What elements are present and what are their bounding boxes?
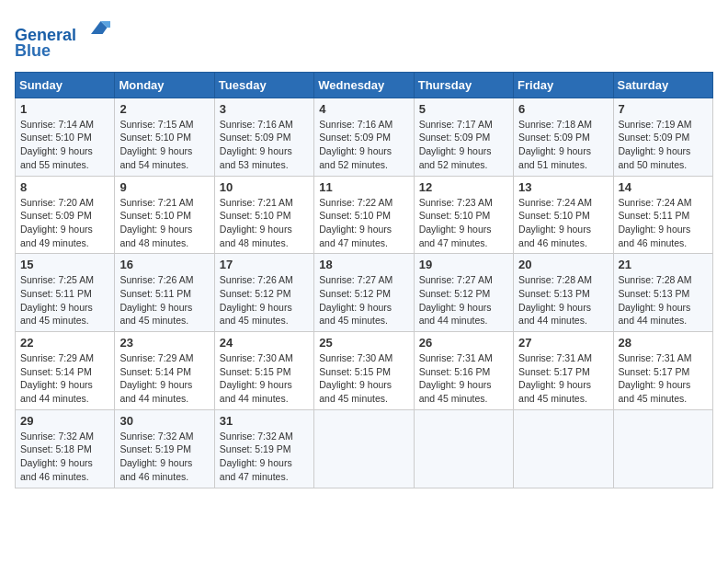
calendar-cell: 16 Sunrise: 7:26 AMSunset: 5:11 PMDaylig… bbox=[115, 254, 214, 332]
day-info: Sunrise: 7:31 AMSunset: 5:16 PMDaylight:… bbox=[419, 351, 508, 406]
day-number: 8 bbox=[20, 180, 109, 194]
day-number: 31 bbox=[220, 414, 309, 428]
day-info: Sunrise: 7:20 AMSunset: 5:09 PMDaylight:… bbox=[20, 196, 109, 250]
calendar-cell: 30 Sunrise: 7:32 AMSunset: 5:19 PMDaylig… bbox=[115, 409, 214, 488]
day-number: 10 bbox=[220, 180, 309, 194]
day-info: Sunrise: 7:26 AMSunset: 5:12 PMDaylight:… bbox=[220, 273, 309, 327]
day-number: 6 bbox=[518, 102, 608, 116]
day-number: 9 bbox=[119, 180, 209, 194]
day-number: 15 bbox=[20, 258, 109, 271]
day-number: 30 bbox=[119, 414, 209, 428]
calendar-cell: 14 Sunrise: 7:24 AMSunset: 5:11 PMDaylig… bbox=[613, 176, 712, 254]
calendar-cell bbox=[414, 409, 513, 488]
day-info: Sunrise: 7:26 AMSunset: 5:11 PMDaylight:… bbox=[119, 273, 209, 327]
calendar-week-4: 22 Sunrise: 7:29 AMSunset: 5:14 PMDaylig… bbox=[16, 332, 713, 410]
day-number: 11 bbox=[319, 180, 408, 194]
calendar-cell: 19 Sunrise: 7:27 AMSunset: 5:12 PMDaylig… bbox=[414, 254, 513, 332]
day-number: 29 bbox=[20, 414, 109, 428]
day-info: Sunrise: 7:25 AMSunset: 5:11 PMDaylight:… bbox=[20, 273, 109, 327]
page-header: General Blue bbox=[15, 15, 713, 61]
day-number: 26 bbox=[419, 336, 508, 350]
col-header-friday: Friday bbox=[514, 72, 613, 98]
col-header-wednesday: Wednesday bbox=[314, 72, 414, 98]
calendar-cell: 17 Sunrise: 7:26 AMSunset: 5:12 PMDaylig… bbox=[214, 254, 313, 332]
col-header-thursday: Thursday bbox=[414, 72, 513, 98]
calendar-week-5: 29 Sunrise: 7:32 AMSunset: 5:18 PMDaylig… bbox=[16, 409, 713, 488]
calendar-cell: 18 Sunrise: 7:27 AMSunset: 5:12 PMDaylig… bbox=[314, 254, 414, 332]
day-number: 12 bbox=[419, 180, 508, 194]
calendar-cell: 24 Sunrise: 7:30 AMSunset: 5:15 PMDaylig… bbox=[214, 332, 313, 410]
day-number: 17 bbox=[220, 258, 309, 271]
day-info: Sunrise: 7:15 AMSunset: 5:10 PMDaylight:… bbox=[119, 118, 209, 172]
day-info: Sunrise: 7:30 AMSunset: 5:15 PMDaylight:… bbox=[319, 351, 408, 406]
day-info: Sunrise: 7:30 AMSunset: 5:15 PMDaylight:… bbox=[220, 351, 309, 406]
col-header-sunday: Sunday bbox=[16, 72, 115, 98]
day-info: Sunrise: 7:16 AMSunset: 5:09 PMDaylight:… bbox=[319, 118, 408, 172]
col-header-tuesday: Tuesday bbox=[214, 72, 313, 98]
logo-text: General bbox=[15, 15, 110, 45]
calendar-cell: 29 Sunrise: 7:32 AMSunset: 5:18 PMDaylig… bbox=[16, 409, 115, 488]
day-number: 7 bbox=[619, 102, 708, 116]
calendar-cell: 1 Sunrise: 7:14 AMSunset: 5:10 PMDayligh… bbox=[16, 98, 115, 176]
calendar-cell: 9 Sunrise: 7:21 AMSunset: 5:10 PMDayligh… bbox=[115, 176, 214, 254]
day-number: 13 bbox=[518, 180, 608, 194]
day-number: 14 bbox=[619, 180, 708, 194]
day-number: 27 bbox=[518, 336, 608, 350]
day-number: 25 bbox=[319, 336, 408, 350]
calendar-cell: 2 Sunrise: 7:15 AMSunset: 5:10 PMDayligh… bbox=[115, 98, 214, 176]
day-number: 5 bbox=[419, 102, 508, 116]
day-info: Sunrise: 7:28 AMSunset: 5:13 PMDaylight:… bbox=[619, 273, 708, 327]
day-info: Sunrise: 7:22 AMSunset: 5:10 PMDaylight:… bbox=[319, 196, 408, 250]
calendar-cell: 23 Sunrise: 7:29 AMSunset: 5:14 PMDaylig… bbox=[115, 332, 214, 410]
calendar-cell: 25 Sunrise: 7:30 AMSunset: 5:15 PMDaylig… bbox=[314, 332, 414, 410]
day-info: Sunrise: 7:17 AMSunset: 5:09 PMDaylight:… bbox=[419, 118, 508, 172]
col-header-saturday: Saturday bbox=[613, 72, 712, 98]
calendar-cell: 5 Sunrise: 7:17 AMSunset: 5:09 PMDayligh… bbox=[414, 98, 513, 176]
calendar-cell: 15 Sunrise: 7:25 AMSunset: 5:11 PMDaylig… bbox=[16, 254, 115, 332]
day-number: 20 bbox=[518, 258, 608, 271]
day-info: Sunrise: 7:24 AMSunset: 5:10 PMDaylight:… bbox=[518, 196, 608, 250]
day-info: Sunrise: 7:27 AMSunset: 5:12 PMDaylight:… bbox=[419, 273, 508, 327]
calendar-cell: 27 Sunrise: 7:31 AMSunset: 5:17 PMDaylig… bbox=[514, 332, 613, 410]
day-number: 16 bbox=[119, 258, 209, 271]
calendar-week-3: 15 Sunrise: 7:25 AMSunset: 5:11 PMDaylig… bbox=[16, 254, 713, 332]
calendar-cell bbox=[314, 409, 414, 488]
calendar-cell: 8 Sunrise: 7:20 AMSunset: 5:09 PMDayligh… bbox=[16, 176, 115, 254]
day-info: Sunrise: 7:29 AMSunset: 5:14 PMDaylight:… bbox=[20, 351, 109, 406]
calendar-cell bbox=[613, 409, 712, 488]
calendar-cell: 10 Sunrise: 7:21 AMSunset: 5:10 PMDaylig… bbox=[214, 176, 313, 254]
day-number: 24 bbox=[220, 336, 309, 350]
calendar-table: SundayMondayTuesdayWednesdayThursdayFrid… bbox=[15, 72, 713, 488]
day-number: 19 bbox=[419, 258, 508, 271]
day-info: Sunrise: 7:23 AMSunset: 5:10 PMDaylight:… bbox=[419, 196, 508, 250]
calendar-cell: 3 Sunrise: 7:16 AMSunset: 5:09 PMDayligh… bbox=[214, 98, 313, 176]
day-info: Sunrise: 7:32 AMSunset: 5:19 PMDaylight:… bbox=[220, 430, 309, 484]
calendar-cell: 31 Sunrise: 7:32 AMSunset: 5:19 PMDaylig… bbox=[214, 409, 313, 488]
day-info: Sunrise: 7:16 AMSunset: 5:09 PMDaylight:… bbox=[220, 118, 309, 172]
day-info: Sunrise: 7:29 AMSunset: 5:14 PMDaylight:… bbox=[119, 351, 209, 406]
day-number: 21 bbox=[619, 258, 708, 271]
calendar-cell: 26 Sunrise: 7:31 AMSunset: 5:16 PMDaylig… bbox=[414, 332, 513, 410]
calendar-cell: 22 Sunrise: 7:29 AMSunset: 5:14 PMDaylig… bbox=[16, 332, 115, 410]
day-number: 2 bbox=[119, 102, 209, 116]
day-info: Sunrise: 7:24 AMSunset: 5:11 PMDaylight:… bbox=[619, 196, 708, 250]
day-number: 1 bbox=[20, 102, 109, 116]
calendar-cell: 4 Sunrise: 7:16 AMSunset: 5:09 PMDayligh… bbox=[314, 98, 414, 176]
day-info: Sunrise: 7:28 AMSunset: 5:13 PMDaylight:… bbox=[518, 273, 608, 327]
day-info: Sunrise: 7:27 AMSunset: 5:12 PMDaylight:… bbox=[319, 273, 408, 327]
calendar-week-2: 8 Sunrise: 7:20 AMSunset: 5:09 PMDayligh… bbox=[16, 176, 713, 254]
logo: General Blue bbox=[15, 15, 110, 61]
day-info: Sunrise: 7:21 AMSunset: 5:10 PMDaylight:… bbox=[119, 196, 209, 250]
day-info: Sunrise: 7:32 AMSunset: 5:18 PMDaylight:… bbox=[20, 430, 109, 484]
calendar-cell: 13 Sunrise: 7:24 AMSunset: 5:10 PMDaylig… bbox=[514, 176, 613, 254]
calendar-cell: 6 Sunrise: 7:18 AMSunset: 5:09 PMDayligh… bbox=[514, 98, 613, 176]
day-info: Sunrise: 7:18 AMSunset: 5:09 PMDaylight:… bbox=[518, 118, 608, 172]
day-info: Sunrise: 7:21 AMSunset: 5:10 PMDaylight:… bbox=[220, 196, 309, 250]
col-header-monday: Monday bbox=[115, 72, 214, 98]
day-info: Sunrise: 7:19 AMSunset: 5:09 PMDaylight:… bbox=[619, 118, 708, 172]
calendar-cell: 20 Sunrise: 7:28 AMSunset: 5:13 PMDaylig… bbox=[514, 254, 613, 332]
day-number: 28 bbox=[619, 336, 708, 350]
logo-icon bbox=[85, 15, 110, 40]
day-number: 3 bbox=[220, 102, 309, 116]
calendar-cell: 11 Sunrise: 7:22 AMSunset: 5:10 PMDaylig… bbox=[314, 176, 414, 254]
